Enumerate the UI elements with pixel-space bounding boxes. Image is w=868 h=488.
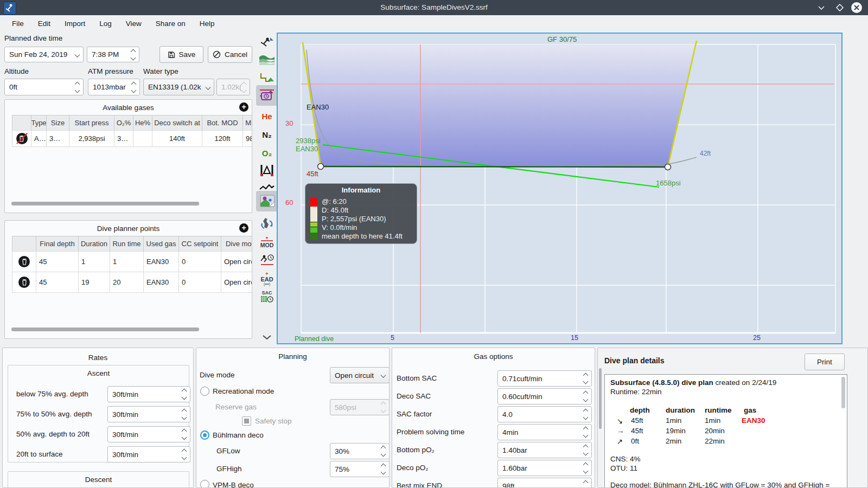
rate-spinner[interactable]: 30ft/min	[107, 426, 190, 442]
deco-po2-spinner[interactable]: 1.60bar	[497, 460, 592, 476]
gflow-spinner[interactable]: 30%	[330, 443, 390, 459]
add-cylinder-button[interactable]: +	[239, 102, 248, 112]
gases-h-scrollbar[interactable]	[11, 202, 199, 206]
toggle-o2-icon[interactable]: O₂	[258, 145, 276, 160]
details-v-scrollbar[interactable]	[599, 368, 602, 429]
points-cell-dive-mode[interactable]: Open circuit	[221, 272, 252, 293]
points-cell-used-gas[interactable]: EAN30	[143, 272, 179, 293]
points-cell-final-depth[interactable]: 45	[36, 251, 79, 272]
gfhigh-spinner[interactable]: 75%	[330, 461, 390, 477]
gases-cell-bot-mod[interactable]: 120ft	[202, 130, 243, 147]
gases-cell-o2[interactable]: 3…	[114, 130, 133, 147]
plan-text-scrollbar[interactable]	[841, 377, 845, 408]
recreational-mode-radio[interactable]	[200, 387, 209, 396]
buhlmann-deco-radio[interactable]	[200, 431, 209, 440]
maximize-icon[interactable]	[835, 3, 844, 14]
dive-profile-chart[interactable]: GF 30/75 30 60 EAN30 2938psi EAN30 45ft …	[277, 33, 843, 344]
points-header-final-depth[interactable]: Final depth	[36, 236, 79, 252]
close-icon[interactable]	[851, 2, 863, 16]
add-point-button[interactable]: +	[239, 223, 248, 233]
ndl-time-icon[interactable]	[258, 253, 276, 268]
trash-icon[interactable]	[16, 133, 28, 144]
gases-cell-mnd[interactable]: 98ft	[242, 130, 252, 147]
points-cell-used-gas[interactable]: EAN30	[143, 251, 179, 272]
mod-icon[interactable]: +MOD	[258, 234, 276, 249]
gases-header-type[interactable]: Type	[31, 115, 47, 131]
points-cell-cc-setpoint[interactable]: 0	[178, 272, 221, 293]
salinity-icon[interactable]	[258, 52, 276, 67]
gases-header-deco-switch[interactable]: Deco switch at	[152, 115, 202, 131]
minimize-icon[interactable]	[817, 4, 826, 14]
spin-arrows-icon[interactable]	[131, 50, 135, 60]
points-header-cc-setpoint[interactable]: CC setpoint	[178, 236, 221, 252]
photos-icon[interactable]	[259, 194, 277, 209]
gases-header-start-press[interactable]: Start press	[69, 115, 114, 131]
atm-pressure-spinner[interactable]: 1013mbar	[88, 79, 140, 95]
points-h-scrollbar[interactable]	[11, 328, 199, 331]
gases-cell-deco-switch[interactable]: 140ft	[152, 130, 202, 147]
points-cell-duration[interactable]: 19	[78, 272, 110, 293]
rate-spinner[interactable]: 30ft/min	[107, 446, 190, 463]
toolbar-collapse-icon[interactable]	[258, 330, 276, 345]
points-cell-duration[interactable]: 1	[78, 251, 110, 272]
time-spinner[interactable]: 7:38 PM	[87, 47, 139, 62]
sac-factor-spinner[interactable]: 4.0	[497, 406, 592, 422]
gases-header-o2[interactable]: O₂%	[114, 115, 133, 131]
dive-mode-select[interactable]: Open circuit	[330, 367, 390, 383]
toggle-he-icon[interactable]: He	[258, 108, 276, 124]
bottom-po2-spinner[interactable]: 1.40bar	[497, 442, 592, 458]
dive-plan-text-box[interactable]: Subsurface (4.8.5.0) dive plan created o…	[604, 374, 847, 488]
ceiling-icon[interactable]	[258, 70, 276, 86]
points-cell-final-depth[interactable]: 45	[36, 272, 79, 293]
points-row-delete-cell[interactable]	[12, 251, 36, 272]
points-cell-run-time[interactable]: 20	[110, 272, 144, 293]
points-cell-cc-setpoint[interactable]: 0	[178, 251, 221, 272]
points-cell-dive-mode[interactable]: Open circuit	[221, 251, 252, 272]
points-cell-run-time[interactable]: 1	[110, 251, 144, 272]
water-type-select[interactable]: EN13319 (1.02k	[143, 79, 214, 95]
setpoint-icon[interactable]	[258, 88, 276, 103]
print-button[interactable]: Print	[805, 354, 845, 370]
gases-header-size[interactable]: Size	[46, 115, 69, 131]
deco-sac-spinner[interactable]: 0.60cuft/min	[497, 388, 592, 404]
points-header-duration[interactable]: Duration	[78, 236, 110, 252]
spin-arrows-icon[interactable]	[132, 82, 136, 92]
ascent-rate-icon[interactable]	[258, 35, 276, 50]
rate-spinner[interactable]: 30ft/min	[107, 386, 190, 402]
best-mix-end-spinner[interactable]: 98ft	[497, 478, 592, 488]
problem-time-spinner[interactable]: 4min	[497, 424, 592, 440]
gases-row-delete-cell[interactable]	[12, 130, 31, 147]
gases-header-bot-mod[interactable]: Bot. MOD	[202, 115, 243, 131]
menu-log[interactable]: Log	[93, 17, 118, 30]
altitude-spinner[interactable]: 0ft	[4, 79, 84, 95]
trash-icon[interactable]	[18, 277, 30, 288]
toggle-n2-icon[interactable]: N₂	[258, 127, 276, 142]
gases-cell-type[interactable]: A…	[31, 130, 47, 147]
points-header-run-time[interactable]: Run time	[110, 236, 144, 252]
trash-icon[interactable]	[18, 256, 30, 267]
gas-change-icon[interactable]	[258, 216, 276, 231]
sac-icon[interactable]: SAC	[258, 290, 276, 305]
gases-header-mnd[interactable]: MND	[242, 115, 252, 131]
menu-file[interactable]: File	[5, 17, 30, 30]
points-row-delete-cell[interactable]	[12, 272, 36, 293]
vpmb-deco-radio[interactable]	[200, 480, 209, 488]
menu-edit[interactable]: Edit	[31, 17, 57, 30]
date-select[interactable]: Sun Feb 24, 2019	[4, 47, 84, 62]
points-header-used-gas[interactable]: Used gas	[143, 236, 179, 252]
bottom-sac-spinner[interactable]: 0.71cuft/min	[497, 370, 592, 387]
cancel-button[interactable]: Cancel	[208, 46, 252, 63]
spin-arrows-icon[interactable]	[75, 82, 79, 92]
points-header-dive-mode[interactable]: Dive mode	[221, 236, 252, 252]
gases-cell-start-press[interactable]: 2,938psi	[69, 130, 114, 147]
menu-share-on[interactable]: Share on	[149, 17, 192, 30]
tissues-icon[interactable]	[258, 163, 276, 178]
ead-icon[interactable]: +EAD(•••)	[258, 271, 276, 286]
heart-rate-icon[interactable]	[258, 180, 276, 195]
save-button[interactable]: Save	[159, 46, 203, 63]
rate-spinner[interactable]: 30ft/min	[107, 406, 190, 422]
gases-header-he[interactable]: He%	[133, 115, 152, 131]
menu-help[interactable]: Help	[193, 17, 221, 30]
menu-view[interactable]: View	[119, 17, 148, 30]
gases-cell-size[interactable]: 3…	[46, 130, 69, 147]
